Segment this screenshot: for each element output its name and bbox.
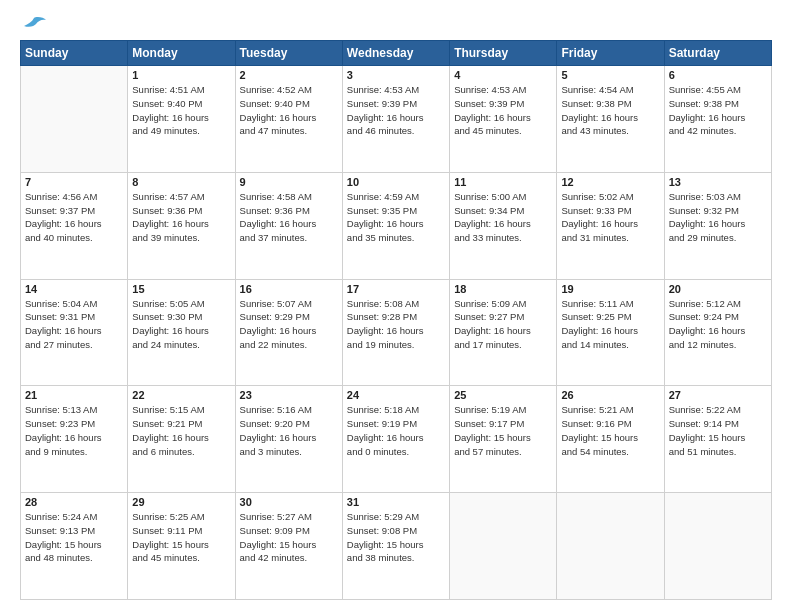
day-info: Sunrise: 4:58 AMSunset: 9:36 PMDaylight:… xyxy=(240,190,338,245)
day-info: Sunrise: 5:19 AMSunset: 9:17 PMDaylight:… xyxy=(454,403,552,458)
calendar-day-cell: 10Sunrise: 4:59 AMSunset: 9:35 PMDayligh… xyxy=(342,172,449,279)
day-number: 6 xyxy=(669,69,767,81)
day-number: 28 xyxy=(25,496,123,508)
day-info: Sunrise: 5:27 AMSunset: 9:09 PMDaylight:… xyxy=(240,510,338,565)
calendar-day-cell: 17Sunrise: 5:08 AMSunset: 9:28 PMDayligh… xyxy=(342,279,449,386)
day-info: Sunrise: 5:13 AMSunset: 9:23 PMDaylight:… xyxy=(25,403,123,458)
calendar-day-cell: 3Sunrise: 4:53 AMSunset: 9:39 PMDaylight… xyxy=(342,66,449,173)
day-info: Sunrise: 5:09 AMSunset: 9:27 PMDaylight:… xyxy=(454,297,552,352)
day-number: 13 xyxy=(669,176,767,188)
day-number: 15 xyxy=(132,283,230,295)
day-number: 16 xyxy=(240,283,338,295)
day-number: 7 xyxy=(25,176,123,188)
day-info: Sunrise: 4:54 AMSunset: 9:38 PMDaylight:… xyxy=(561,83,659,138)
calendar-day-cell: 22Sunrise: 5:15 AMSunset: 9:21 PMDayligh… xyxy=(128,386,235,493)
calendar-day-cell: 5Sunrise: 4:54 AMSunset: 9:38 PMDaylight… xyxy=(557,66,664,173)
calendar-week-row: 21Sunrise: 5:13 AMSunset: 9:23 PMDayligh… xyxy=(21,386,772,493)
day-number: 14 xyxy=(25,283,123,295)
day-info: Sunrise: 5:07 AMSunset: 9:29 PMDaylight:… xyxy=(240,297,338,352)
calendar-day-cell: 2Sunrise: 4:52 AMSunset: 9:40 PMDaylight… xyxy=(235,66,342,173)
day-info: Sunrise: 4:55 AMSunset: 9:38 PMDaylight:… xyxy=(669,83,767,138)
logo xyxy=(20,16,46,34)
calendar-week-row: 14Sunrise: 5:04 AMSunset: 9:31 PMDayligh… xyxy=(21,279,772,386)
day-number: 31 xyxy=(347,496,445,508)
calendar-week-row: 28Sunrise: 5:24 AMSunset: 9:13 PMDayligh… xyxy=(21,493,772,600)
page: SundayMondayTuesdayWednesdayThursdayFrid… xyxy=(0,0,792,612)
calendar-day-cell: 9Sunrise: 4:58 AMSunset: 9:36 PMDaylight… xyxy=(235,172,342,279)
day-info: Sunrise: 4:53 AMSunset: 9:39 PMDaylight:… xyxy=(347,83,445,138)
calendar-day-cell: 12Sunrise: 5:02 AMSunset: 9:33 PMDayligh… xyxy=(557,172,664,279)
day-info: Sunrise: 5:04 AMSunset: 9:31 PMDaylight:… xyxy=(25,297,123,352)
calendar-header-cell: Sunday xyxy=(21,41,128,66)
calendar-header-cell: Tuesday xyxy=(235,41,342,66)
day-number: 3 xyxy=(347,69,445,81)
calendar-day-cell xyxy=(557,493,664,600)
day-number: 1 xyxy=(132,69,230,81)
calendar-day-cell: 14Sunrise: 5:04 AMSunset: 9:31 PMDayligh… xyxy=(21,279,128,386)
day-info: Sunrise: 5:05 AMSunset: 9:30 PMDaylight:… xyxy=(132,297,230,352)
calendar-week-row: 7Sunrise: 4:56 AMSunset: 9:37 PMDaylight… xyxy=(21,172,772,279)
calendar-day-cell: 28Sunrise: 5:24 AMSunset: 9:13 PMDayligh… xyxy=(21,493,128,600)
day-info: Sunrise: 5:03 AMSunset: 9:32 PMDaylight:… xyxy=(669,190,767,245)
calendar-day-cell: 25Sunrise: 5:19 AMSunset: 9:17 PMDayligh… xyxy=(450,386,557,493)
day-number: 11 xyxy=(454,176,552,188)
day-info: Sunrise: 5:16 AMSunset: 9:20 PMDaylight:… xyxy=(240,403,338,458)
calendar-day-cell: 29Sunrise: 5:25 AMSunset: 9:11 PMDayligh… xyxy=(128,493,235,600)
calendar-day-cell: 13Sunrise: 5:03 AMSunset: 9:32 PMDayligh… xyxy=(664,172,771,279)
calendar-day-cell: 6Sunrise: 4:55 AMSunset: 9:38 PMDaylight… xyxy=(664,66,771,173)
calendar-header-row: SundayMondayTuesdayWednesdayThursdayFrid… xyxy=(21,41,772,66)
calendar-day-cell: 18Sunrise: 5:09 AMSunset: 9:27 PMDayligh… xyxy=(450,279,557,386)
day-number: 23 xyxy=(240,389,338,401)
day-info: Sunrise: 4:53 AMSunset: 9:39 PMDaylight:… xyxy=(454,83,552,138)
calendar-day-cell: 1Sunrise: 4:51 AMSunset: 9:40 PMDaylight… xyxy=(128,66,235,173)
header xyxy=(20,16,772,34)
day-number: 26 xyxy=(561,389,659,401)
calendar-day-cell: 8Sunrise: 4:57 AMSunset: 9:36 PMDaylight… xyxy=(128,172,235,279)
day-info: Sunrise: 5:21 AMSunset: 9:16 PMDaylight:… xyxy=(561,403,659,458)
day-number: 5 xyxy=(561,69,659,81)
calendar-day-cell: 19Sunrise: 5:11 AMSunset: 9:25 PMDayligh… xyxy=(557,279,664,386)
calendar-header-cell: Monday xyxy=(128,41,235,66)
day-info: Sunrise: 5:02 AMSunset: 9:33 PMDaylight:… xyxy=(561,190,659,245)
calendar-day-cell: 24Sunrise: 5:18 AMSunset: 9:19 PMDayligh… xyxy=(342,386,449,493)
day-info: Sunrise: 4:51 AMSunset: 9:40 PMDaylight:… xyxy=(132,83,230,138)
day-number: 18 xyxy=(454,283,552,295)
day-number: 20 xyxy=(669,283,767,295)
calendar-day-cell: 21Sunrise: 5:13 AMSunset: 9:23 PMDayligh… xyxy=(21,386,128,493)
calendar-day-cell: 4Sunrise: 4:53 AMSunset: 9:39 PMDaylight… xyxy=(450,66,557,173)
calendar-day-cell: 31Sunrise: 5:29 AMSunset: 9:08 PMDayligh… xyxy=(342,493,449,600)
day-number: 17 xyxy=(347,283,445,295)
calendar-day-cell: 30Sunrise: 5:27 AMSunset: 9:09 PMDayligh… xyxy=(235,493,342,600)
day-info: Sunrise: 4:52 AMSunset: 9:40 PMDaylight:… xyxy=(240,83,338,138)
day-info: Sunrise: 5:18 AMSunset: 9:19 PMDaylight:… xyxy=(347,403,445,458)
day-info: Sunrise: 5:25 AMSunset: 9:11 PMDaylight:… xyxy=(132,510,230,565)
calendar-table: SundayMondayTuesdayWednesdayThursdayFrid… xyxy=(20,40,772,600)
calendar-header-cell: Thursday xyxy=(450,41,557,66)
calendar-day-cell: 20Sunrise: 5:12 AMSunset: 9:24 PMDayligh… xyxy=(664,279,771,386)
day-number: 2 xyxy=(240,69,338,81)
day-info: Sunrise: 5:24 AMSunset: 9:13 PMDaylight:… xyxy=(25,510,123,565)
calendar-day-cell xyxy=(664,493,771,600)
day-info: Sunrise: 5:29 AMSunset: 9:08 PMDaylight:… xyxy=(347,510,445,565)
day-number: 24 xyxy=(347,389,445,401)
calendar-day-cell: 26Sunrise: 5:21 AMSunset: 9:16 PMDayligh… xyxy=(557,386,664,493)
day-info: Sunrise: 5:11 AMSunset: 9:25 PMDaylight:… xyxy=(561,297,659,352)
calendar-header-cell: Friday xyxy=(557,41,664,66)
calendar-day-cell xyxy=(450,493,557,600)
day-number: 10 xyxy=(347,176,445,188)
day-number: 22 xyxy=(132,389,230,401)
day-info: Sunrise: 5:08 AMSunset: 9:28 PMDaylight:… xyxy=(347,297,445,352)
day-number: 8 xyxy=(132,176,230,188)
day-info: Sunrise: 4:59 AMSunset: 9:35 PMDaylight:… xyxy=(347,190,445,245)
day-number: 12 xyxy=(561,176,659,188)
day-number: 21 xyxy=(25,389,123,401)
calendar-day-cell: 15Sunrise: 5:05 AMSunset: 9:30 PMDayligh… xyxy=(128,279,235,386)
day-number: 27 xyxy=(669,389,767,401)
calendar-header-cell: Saturday xyxy=(664,41,771,66)
day-info: Sunrise: 5:12 AMSunset: 9:24 PMDaylight:… xyxy=(669,297,767,352)
calendar-week-row: 1Sunrise: 4:51 AMSunset: 9:40 PMDaylight… xyxy=(21,66,772,173)
calendar-day-cell: 16Sunrise: 5:07 AMSunset: 9:29 PMDayligh… xyxy=(235,279,342,386)
calendar-day-cell: 7Sunrise: 4:56 AMSunset: 9:37 PMDaylight… xyxy=(21,172,128,279)
day-number: 29 xyxy=(132,496,230,508)
day-info: Sunrise: 5:00 AMSunset: 9:34 PMDaylight:… xyxy=(454,190,552,245)
